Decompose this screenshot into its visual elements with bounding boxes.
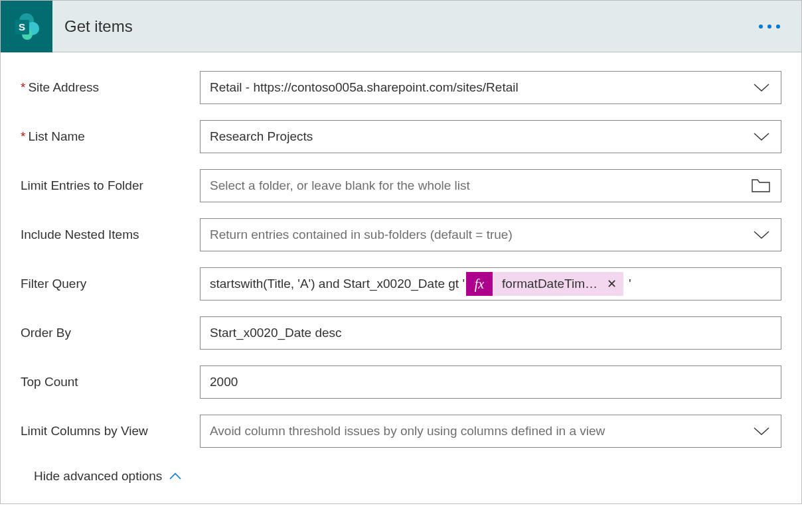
limit-folder-placeholder: Select a folder, or leave blank for the … — [210, 178, 470, 193]
site-address-value: Retail - https://contoso005a.sharepoint.… — [210, 80, 519, 95]
fx-icon: fx — [466, 272, 493, 296]
include-nested-placeholder: Return entries contained in sub-folders … — [210, 228, 513, 242]
row-list-name: List Name Research Projects — [21, 120, 781, 153]
label-include-nested: Include Nested Items — [21, 227, 200, 243]
label-order-by: Order By — [21, 325, 200, 342]
site-address-dropdown[interactable]: Retail - https://contoso005a.sharepoint.… — [200, 71, 781, 104]
row-top-count: Top Count 2000 — [21, 366, 781, 399]
card-title: Get items — [64, 17, 133, 36]
limit-folder-input[interactable]: Select a folder, or leave blank for the … — [200, 169, 781, 202]
top-count-input[interactable]: 2000 — [200, 366, 781, 399]
label-top-count: Top Count — [21, 374, 200, 391]
label-list-name: List Name — [21, 129, 200, 145]
hide-advanced-toggle[interactable]: Hide advanced options — [21, 464, 182, 496]
chevron-down-icon — [753, 82, 770, 93]
svg-text:S: S — [19, 21, 25, 33]
order-by-value: Start_x0020_Date desc — [210, 326, 342, 340]
expression-token-label: formatDateTim… — [493, 277, 605, 291]
include-nested-dropdown[interactable]: Return entries contained in sub-folders … — [200, 218, 781, 251]
filter-text-after: ' — [629, 277, 631, 291]
token-remove-button[interactable]: ✕ — [605, 277, 623, 291]
list-name-dropdown[interactable]: Research Projects — [200, 120, 781, 153]
label-filter-query: Filter Query — [21, 276, 200, 293]
expression-token[interactable]: fx formatDateTim… ✕ — [466, 272, 623, 296]
sharepoint-logo-icon: S — [1, 1, 52, 52]
more-menu-button[interactable] — [755, 21, 784, 33]
order-by-input[interactable]: Start_x0020_Date desc — [200, 316, 781, 350]
limit-columns-placeholder: Avoid column threshold issues by only us… — [210, 424, 605, 438]
filter-query-input[interactable]: startswith(Title, 'A') and Start_x0020_D… — [200, 267, 781, 300]
top-count-value: 2000 — [210, 375, 238, 389]
dot-icon — [767, 25, 771, 29]
row-filter-query: Filter Query startswith(Title, 'A') and … — [21, 267, 781, 300]
label-limit-columns: Limit Columns by View — [21, 423, 200, 440]
dot-icon — [759, 25, 763, 29]
card-body: Site Address Retail - https://contoso005… — [1, 52, 801, 503]
row-limit-columns: Limit Columns by View Avoid column thres… — [21, 415, 781, 448]
chevron-down-icon — [753, 426, 770, 436]
card-header: S Get items — [1, 1, 801, 52]
list-name-value: Research Projects — [210, 129, 313, 144]
chevron-down-icon — [753, 131, 770, 142]
advanced-toggle-label: Hide advanced options — [34, 469, 162, 484]
row-include-nested: Include Nested Items Return entries cont… — [21, 218, 781, 251]
chevron-down-icon — [753, 230, 770, 240]
folder-picker-icon[interactable] — [752, 178, 770, 193]
chevron-up-icon — [169, 472, 182, 480]
dot-icon — [776, 25, 780, 29]
limit-columns-dropdown[interactable]: Avoid column threshold issues by only us… — [200, 415, 781, 448]
row-site-address: Site Address Retail - https://contoso005… — [21, 71, 781, 104]
row-order-by: Order By Start_x0020_Date desc — [21, 316, 781, 350]
get-items-card: S Get items Site Address Retail - https:… — [0, 0, 802, 504]
label-limit-folder: Limit Entries to Folder — [21, 178, 200, 194]
row-limit-folder: Limit Entries to Folder Select a folder,… — [21, 169, 781, 202]
label-site-address: Site Address — [21, 80, 200, 96]
filter-text-before: startswith(Title, 'A') and Start_x0020_D… — [210, 277, 465, 291]
